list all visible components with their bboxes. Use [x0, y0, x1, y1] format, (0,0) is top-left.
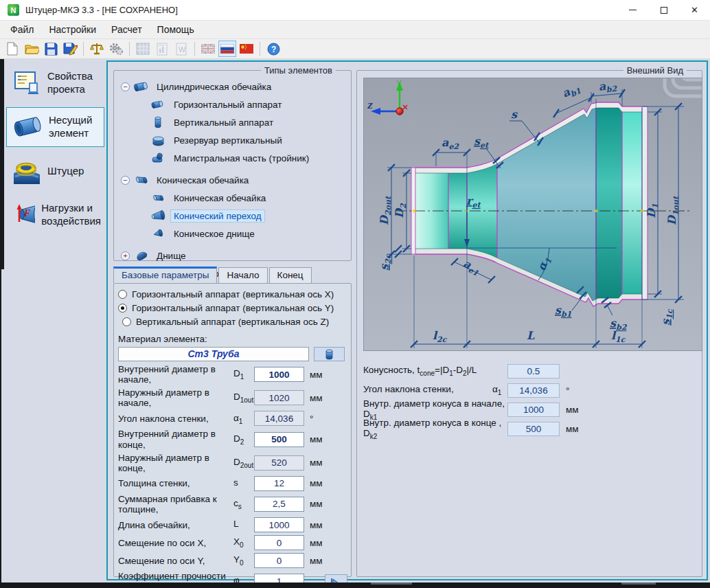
- sidebar-item-project-properties[interactable]: Свойствапроекта: [6, 63, 104, 103]
- maximize-button[interactable]: [648, 0, 679, 21]
- language-cn-button[interactable]: [238, 41, 255, 57]
- help-button[interactable]: ?: [264, 41, 282, 57]
- menu-settings[interactable]: Настройки: [41, 21, 104, 38]
- tree-item-conical-shell-child[interactable]: Коническая обечайка: [121, 189, 348, 207]
- menu-file[interactable]: Файл: [3, 21, 41, 38]
- param-row-y0: Смещение по оси Y, Y0 мм: [118, 553, 347, 568]
- sidebar-item-label: Штуцер: [47, 165, 84, 178]
- menu-help[interactable]: Помощь: [150, 21, 202, 38]
- tree-item-conical-shell[interactable]: − Коническая обечайка: [121, 171, 348, 189]
- d2-input[interactable]: [254, 432, 304, 447]
- reducer-3d-drawing: Y Z D2out D2 s2c D1 D1out s1c l2c L l1c …: [364, 78, 702, 350]
- cone-transition-icon: [151, 210, 166, 222]
- taskbar-strip: [0, 583, 710, 588]
- tree-item-cylindrical-shell[interactable]: − Цилиндрическая обечайка: [121, 78, 348, 95]
- cylinder-horizontal-icon: [134, 80, 149, 93]
- word-doc-icon: W: [176, 43, 187, 56]
- sidebar-item-nozzle[interactable]: Штуцер: [6, 151, 104, 191]
- taper-value: 0.5: [507, 364, 560, 378]
- close-button[interactable]: ✕: [679, 0, 710, 21]
- element-types-tree: − Цилиндрическая обечайка Горизонтальный…: [114, 71, 351, 300]
- units-button[interactable]: [88, 41, 106, 57]
- cone-results: Конусность, tcone=|D1-D2|/L 0.5 Угол нак…: [363, 359, 697, 436]
- x0-input[interactable]: [254, 535, 304, 550]
- settings-button[interactable]: [107, 41, 125, 57]
- param-row-x0: Смещение по оси X, X0 мм: [118, 535, 347, 550]
- cs-input[interactable]: [254, 497, 304, 512]
- cone-head-icon: [151, 227, 166, 240]
- new-file-button[interactable]: [3, 41, 21, 57]
- tree-item-horizontal-vessel[interactable]: Горизонтальный аппарат: [121, 95, 348, 113]
- tree-item-vertical-vessel[interactable]: Вертикальный аппарат: [121, 113, 348, 131]
- material-field[interactable]: Ст3 Труба: [118, 347, 309, 361]
- radio-icon[interactable]: [122, 317, 131, 326]
- save-button[interactable]: [42, 41, 60, 57]
- flag-ru-icon: [220, 44, 234, 54]
- material-database-button[interactable]: [314, 347, 345, 361]
- new-file-icon: [6, 42, 19, 56]
- loads-icon: F: [12, 201, 35, 229]
- param-row-d1out: Наружный диаметр в начале, D1out мм: [118, 387, 347, 408]
- d1-input[interactable]: [254, 367, 304, 382]
- radio-icon[interactable]: [118, 290, 127, 299]
- tab-start[interactable]: Начало: [218, 267, 267, 283]
- close-icon: ✕: [691, 5, 698, 15]
- menubar: Файл Настройки Расчет Помощь: [0, 21, 710, 39]
- collapse-icon[interactable]: −: [121, 176, 130, 185]
- svg-text:?: ?: [271, 45, 276, 54]
- length-input[interactable]: [254, 517, 304, 532]
- sidebar-item-shell-element[interactable]: Несущийэлемент: [6, 107, 104, 147]
- radio-icon-selected[interactable]: [118, 304, 127, 313]
- param-row-d2: Внутренний диаметр в конце, D2 мм: [118, 429, 347, 449]
- menu-calculation[interactable]: Расчет: [104, 21, 150, 38]
- orientation-option-z[interactable]: Вертикальный аппарат (вертикальная ось Z…: [118, 317, 347, 327]
- tree-item-head[interactable]: + Днище: [121, 247, 348, 264]
- tree-item-tee-run[interactable]: Магистральная часть (тройник): [121, 149, 348, 167]
- toolbar-separator: [83, 42, 84, 56]
- report-button: [153, 41, 171, 57]
- window-title: Штуцер-МКЭ 3.3 - [НЕ СОХРАНЕНО]: [25, 5, 178, 15]
- svg-text:W: W: [179, 45, 186, 54]
- svg-text:F: F: [23, 208, 31, 218]
- tab-end[interactable]: Конец: [269, 267, 312, 283]
- param-row-cs: Суммарная прибавка к толщине, cs мм: [118, 494, 347, 514]
- d2out-field: [254, 455, 304, 471]
- orientation-option-y[interactable]: Горизонтальный аппарат (вертикальная ось…: [118, 303, 347, 313]
- mesh-calc-icon: [136, 43, 150, 55]
- cone-icon: [151, 192, 166, 204]
- report-icon: [157, 43, 168, 56]
- flag-en-icon: [201, 44, 215, 54]
- tree-item-conical-transition[interactable]: Конический переход: [121, 207, 348, 225]
- collapse-icon[interactable]: −: [121, 82, 130, 91]
- tab-basic-parameters[interactable]: Базовые параметры: [113, 267, 217, 283]
- units-scales-icon: [90, 42, 104, 56]
- open-button[interactable]: [23, 41, 41, 57]
- tee-icon: [151, 152, 166, 164]
- orientation-option-x[interactable]: Горизонтальный аппарат (вертикальная ось…: [118, 289, 347, 299]
- app-logo-icon: N: [8, 4, 19, 16]
- s-input[interactable]: [254, 476, 304, 491]
- main-panel: Типы элементов − Цилиндрическая обечайка…: [106, 60, 708, 580]
- sidebar-accent-strip-thin: [0, 269, 1, 583]
- save-icon: [45, 43, 58, 56]
- titlebar: N Штуцер-МКЭ 3.3 - [НЕ СОХРАНЕНО] ✕: [0, 0, 710, 21]
- parameter-tabs: Базовые параметры Начало Конец: [113, 267, 313, 283]
- y0-input[interactable]: [254, 553, 304, 568]
- sidebar-item-loads[interactable]: F Нагрузки ивоздействия: [6, 195, 104, 235]
- language-en-button[interactable]: [199, 41, 217, 57]
- axis-y-label: Y: [396, 78, 402, 89]
- 3d-viewport[interactable]: Y Z D2out D2 s2c D1 D1out s1c l2c L l1c …: [363, 78, 702, 351]
- open-folder-icon: [25, 43, 39, 55]
- tree-item-vertical-tank[interactable]: Резервуар вертикальный: [121, 131, 348, 149]
- sidebar: Свойствапроекта Несущийэлемент Штуцер: [4, 59, 106, 583]
- language-ru-button[interactable]: [218, 41, 236, 57]
- save-as-button[interactable]: [61, 41, 79, 57]
- settings-gears-icon: [109, 42, 123, 56]
- tree-item-conical-head[interactable]: Коническое днище: [121, 225, 348, 242]
- minimize-button[interactable]: [617, 0, 648, 21]
- sidebar-item-label: Нагрузки ивоздействия: [41, 202, 101, 228]
- cylinder-vertical-icon: [151, 116, 166, 128]
- toolbar: W ?: [0, 39, 710, 59]
- help-icon: ?: [267, 43, 280, 56]
- expand-icon[interactable]: +: [121, 251, 130, 260]
